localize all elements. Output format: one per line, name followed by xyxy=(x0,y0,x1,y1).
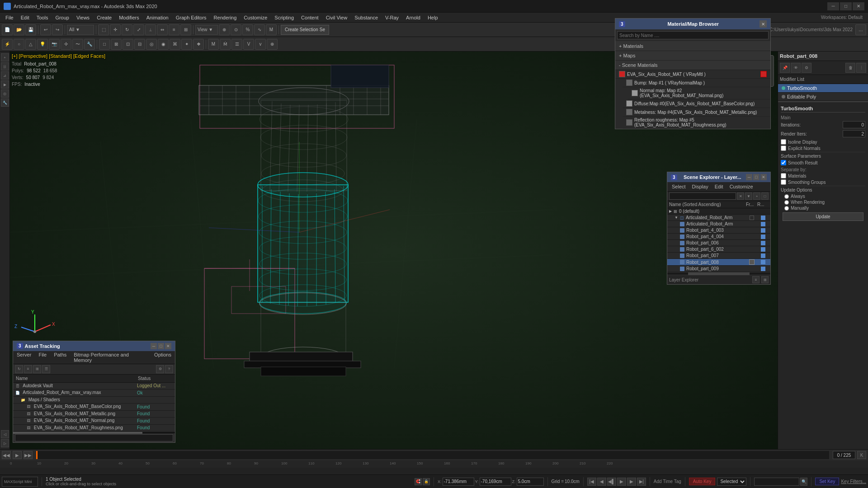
mat-browser-close[interactable]: ✕ xyxy=(760,20,767,28)
menu-edit[interactable]: Edit xyxy=(17,13,33,23)
smoothing-groups-checkbox[interactable] xyxy=(781,179,786,185)
at-row-folder[interactable]: 📁 Maps / Shaders xyxy=(13,397,175,404)
mat-scene-section[interactable]: - Scene Materials xyxy=(615,61,770,70)
sidebar-toggle2[interactable]: ▷ xyxy=(1,439,9,447)
geo4-btn[interactable]: ⊡ xyxy=(123,39,133,50)
menu-file[interactable]: File xyxy=(2,13,17,23)
helper-btn[interactable]: ✢ xyxy=(61,39,71,50)
at-menu-paths[interactable]: Paths xyxy=(50,351,70,364)
mat3-btn[interactable]: ☰ xyxy=(231,39,242,50)
percent-snap-btn[interactable]: % xyxy=(242,24,253,35)
modifier-editable-poly[interactable]: Editable Poly xyxy=(778,93,868,101)
shape-btn[interactable]: △ xyxy=(25,39,36,50)
play-back-btn[interactable]: ◀▌ xyxy=(607,478,616,486)
at-menu-file[interactable]: File xyxy=(35,351,50,364)
geo2-btn[interactable]: □ xyxy=(99,39,110,50)
menu-rendering[interactable]: Rendering xyxy=(210,13,241,23)
se-filter-btn[interactable]: ▼ xyxy=(745,192,752,200)
at-list-btn[interactable]: ≡ xyxy=(24,365,32,373)
go-start-btn[interactable]: |◀ xyxy=(587,478,596,486)
mod-icon-show[interactable]: 👁 xyxy=(791,63,801,73)
mat-materials-section[interactable]: + Materials xyxy=(615,42,770,51)
key-filters-btn[interactable]: Key Filters... xyxy=(841,479,866,484)
se-minimize[interactable]: ─ xyxy=(746,174,752,180)
tl-key-mode-btn[interactable]: K xyxy=(857,451,866,459)
menu-animation[interactable]: Animation xyxy=(143,13,172,23)
se-row-group[interactable]: ▼ ◫ Articulated_Robot_Arm xyxy=(667,215,770,221)
se-maximize[interactable]: □ xyxy=(753,174,760,180)
move-btn[interactable]: ✛ xyxy=(110,24,121,35)
geo5-btn[interactable]: ⊟ xyxy=(134,39,145,50)
at-search-input[interactable] xyxy=(15,434,173,441)
se-row-obj-part004[interactable]: Robot_part_4_004 xyxy=(667,234,770,240)
manually-radio[interactable] xyxy=(784,206,789,211)
timeline-bar[interactable] xyxy=(36,451,829,459)
set-key-btn[interactable]: Set Key xyxy=(815,478,839,485)
se-row-obj-part008[interactable]: Robot_part_008 xyxy=(667,259,770,266)
sidebar-display[interactable]: ◎ xyxy=(1,89,9,98)
system-btn[interactable]: 🔧 xyxy=(84,39,95,50)
menu-vray[interactable]: V-Ray xyxy=(382,13,402,23)
menu-content[interactable]: Content xyxy=(297,13,322,23)
tl-next-btn[interactable]: ▶▶ xyxy=(24,451,33,459)
materials-checkbox[interactable] xyxy=(781,173,786,178)
at-scrollbar[interactable] xyxy=(13,432,175,433)
selected-dropdown[interactable]: Selected xyxy=(717,478,746,486)
smooth-result-checkbox[interactable] xyxy=(781,160,786,165)
camera-btn[interactable]: 📷 xyxy=(49,39,60,50)
se-row-layer0[interactable]: ▶ ⊞ 0 (default) xyxy=(667,208,770,215)
x-input[interactable] xyxy=(443,478,474,486)
mat-item-main[interactable]: EVA_Six_Axis_Robot_MAT ( VRayMtl ) xyxy=(615,70,770,79)
geo6-btn[interactable]: ◎ xyxy=(146,39,157,50)
menu-civil-view[interactable]: Civil View xyxy=(322,13,351,23)
open-btn[interactable]: 📂 xyxy=(14,24,24,35)
mod-icon-delete[interactable]: 🗑 xyxy=(845,63,855,73)
at-refresh-btn[interactable]: ↻ xyxy=(15,365,23,373)
menu-help[interactable]: Help xyxy=(424,13,442,23)
frame-display[interactable] xyxy=(833,451,855,459)
create-selection-btn[interactable]: Create Selection Se xyxy=(281,25,329,35)
se-row-obj-part6002[interactable]: Robot_part_6_002 xyxy=(667,246,770,253)
snap-lock[interactable]: 🔒 xyxy=(423,478,430,485)
mat-item-diffuse[interactable]: Diffuse:Map #0(EVA_Six_Axis_Robot_MAT_Ba… xyxy=(623,99,770,108)
maximize-button[interactable]: □ xyxy=(840,2,852,10)
se-close[interactable]: ✕ xyxy=(760,174,767,180)
rotate-btn[interactable]: ↻ xyxy=(122,24,132,35)
spinner-snap-btn[interactable]: ∿ xyxy=(254,24,265,35)
se-row-obj-arm[interactable]: Articulated_Robot_Arm xyxy=(667,221,770,227)
at-row-metallic[interactable]: 🖼 EVA_Six_Axis_Robot_MAT_Metallic.png Fo… xyxy=(13,411,175,418)
geo7-btn[interactable]: ◉ xyxy=(158,39,169,50)
se-search-input[interactable] xyxy=(669,192,736,200)
scale-btn[interactable]: ⤢ xyxy=(133,24,144,35)
mat2-btn[interactable]: Ṁ xyxy=(220,39,231,50)
at-maximize[interactable]: □ xyxy=(158,343,164,349)
se-add-obj-btn[interactable]: □ xyxy=(761,192,769,200)
new-btn[interactable]: 📄 xyxy=(2,24,13,35)
se-display-btn[interactable]: Display xyxy=(689,183,711,190)
sidebar-hierarchy[interactable]: ⊿ xyxy=(1,71,9,80)
at-row-base-color[interactable]: 🖼 EVA_Six_Axis_Robot_MAT_BaseColor.png F… xyxy=(13,404,175,411)
prev-frame-btn[interactable]: ◀ xyxy=(597,478,606,486)
render1-btn[interactable]: ⊕ xyxy=(267,39,278,50)
menu-graph-editors[interactable]: Graph Editors xyxy=(172,13,210,23)
at-detail-btn[interactable]: ☰ xyxy=(42,365,50,373)
light-btn[interactable]: 💡 xyxy=(37,39,48,50)
at-row-roughness[interactable]: 🖼 EVA_Six_Axis_Robot_MAT_Roughness.png F… xyxy=(13,425,175,432)
squash-btn[interactable]: ⟂ xyxy=(145,24,156,35)
geo-btn[interactable]: ○ xyxy=(14,39,24,50)
at-minimize[interactable]: ─ xyxy=(151,343,157,349)
go-end-btn[interactable]: ▶| xyxy=(637,478,646,486)
menu-customize[interactable]: Customize xyxy=(240,13,271,23)
se-edit-btn[interactable]: Edit xyxy=(712,183,726,190)
status-search-input[interactable] xyxy=(754,478,799,486)
save-btn[interactable]: 💾 xyxy=(25,24,36,35)
view-dropdown[interactable]: View ▼ xyxy=(195,25,218,35)
at-grid-btn[interactable]: ⊞ xyxy=(33,365,41,373)
sidebar-toggle[interactable]: ◁ xyxy=(1,430,9,438)
update-button[interactable]: Update xyxy=(783,212,863,221)
se-clear-btn[interactable]: ✕ xyxy=(737,192,744,200)
angle-snap-btn[interactable]: ⊙ xyxy=(231,24,241,35)
render-iters-input[interactable] xyxy=(843,130,865,137)
select-btn[interactable]: ⬚ xyxy=(98,24,109,35)
se-customize-btn[interactable]: Customize xyxy=(727,183,756,190)
